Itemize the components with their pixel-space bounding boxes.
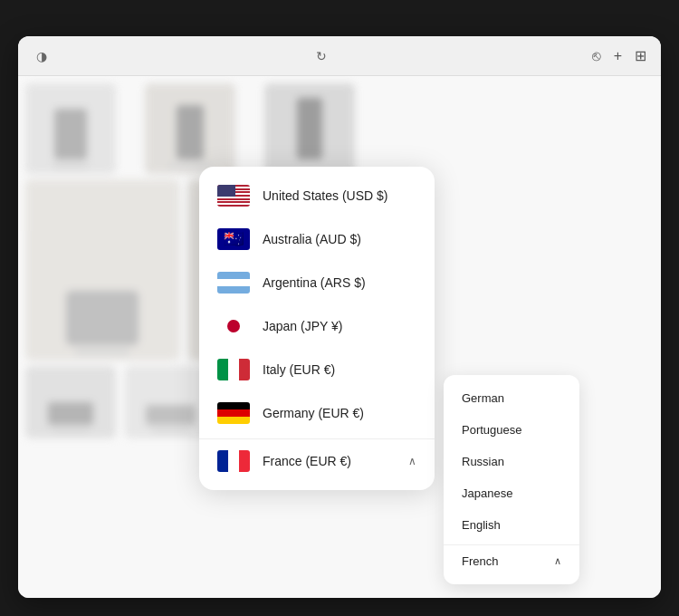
language-selected-label: French	[462, 554, 498, 568]
brightness-icon[interactable]: ◑	[33, 47, 51, 65]
flag-fr	[217, 450, 250, 472]
chevron-up-icon: ∧	[408, 455, 416, 467]
share-icon[interactable]: ⎋	[592, 48, 601, 64]
flag-ar	[217, 272, 250, 294]
language-chevron-up-icon: ∧	[554, 555, 561, 567]
language-item-german[interactable]: German	[444, 382, 579, 414]
country-label-jp: Japan (JPY ¥)	[263, 319, 342, 333]
language-dropdown: German Portuguese Russian Japanese Engli…	[444, 375, 579, 584]
browser-window: ◑ ↻ ⎋ + ⊞	[18, 36, 661, 598]
toolbar-center: ↻	[62, 49, 581, 63]
refresh-icon[interactable]: ↻	[316, 49, 327, 63]
flag-it	[217, 359, 250, 380]
language-item-russian[interactable]: Russian	[444, 446, 579, 477]
country-label-fr: France (EUR €)	[263, 454, 351, 468]
country-label-de: Germany (EUR €)	[263, 406, 364, 420]
browser-toolbar: ◑ ↻ ⎋ + ⊞	[18, 36, 661, 76]
country-item-fr-selected[interactable]: France (EUR €) ∧	[199, 438, 435, 483]
flag-de	[217, 402, 250, 424]
add-tab-icon[interactable]: +	[614, 48, 622, 64]
browser-content: United States (USD $) 🇦🇺 Australia (AUD …	[18, 76, 661, 598]
flag-jp	[217, 315, 250, 337]
country-item-us[interactable]: United States (USD $)	[199, 174, 435, 217]
language-item-portuguese[interactable]: Portuguese	[444, 414, 579, 446]
country-dropdown: United States (USD $) 🇦🇺 Australia (AUD …	[199, 167, 435, 490]
country-label-au: Australia (AUD $)	[263, 232, 361, 246]
language-item-english[interactable]: English	[444, 509, 579, 541]
toolbar-right: ⎋ + ⊞	[592, 47, 646, 64]
country-label-ar: Argentina (ARS $)	[263, 275, 366, 290]
country-item-ar[interactable]: Argentina (ARS $)	[199, 261, 435, 304]
language-item-japanese[interactable]: Japanese	[444, 477, 579, 509]
flag-au: 🇦🇺	[217, 228, 250, 250]
country-item-jp[interactable]: Japan (JPY ¥)	[199, 304, 435, 348]
flag-us	[217, 185, 250, 207]
tabs-icon[interactable]: ⊞	[635, 47, 646, 64]
country-item-it[interactable]: Italy (EUR €)	[199, 348, 435, 391]
country-label-it: Italy (EUR €)	[263, 362, 335, 377]
country-item-de[interactable]: Germany (EUR €)	[199, 391, 435, 435]
country-label-us: United States (USD $)	[263, 188, 388, 203]
language-selected-row[interactable]: French ∧	[444, 544, 579, 577]
toolbar-left: ◑	[33, 47, 51, 65]
country-item-au[interactable]: 🇦🇺 Australia (AUD $)	[199, 217, 435, 261]
